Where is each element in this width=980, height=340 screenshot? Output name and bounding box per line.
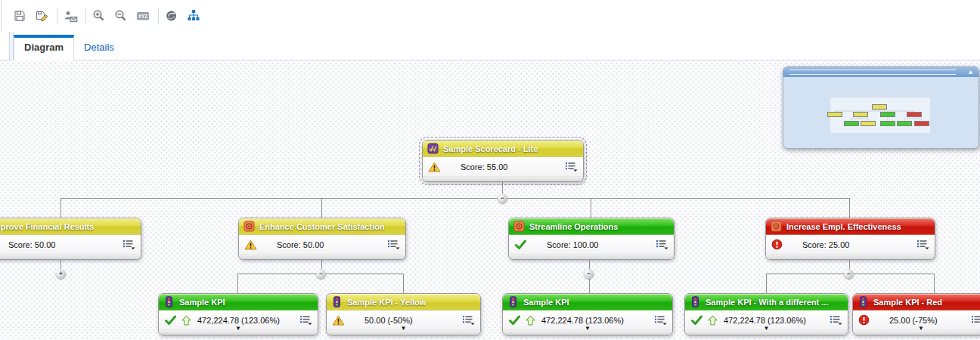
- node-sample-kpi-1[interactable]: Sample KPI 472,224.78 (123.06%): [158, 293, 318, 335]
- node-header: Sample Scorecard - Lite: [423, 141, 583, 157]
- node-sample-kpi-different[interactable]: Sample KPI - With a different ... 472,22…: [684, 293, 848, 335]
- node-expander[interactable]: ▼: [401, 326, 407, 332]
- kpi-icon: [690, 296, 701, 308]
- ok-check-icon: [690, 315, 703, 325]
- node-footer: ▼: [685, 329, 848, 335]
- node-title: Sample KPI - With a different ...: [706, 298, 828, 307]
- collapse-toggle-increase[interactable]: −: [844, 269, 854, 279]
- publish-contact-icon[interactable]: [62, 8, 79, 24]
- minimap-node: [861, 121, 876, 126]
- node-title: Increase Empl. Effectiveness: [786, 222, 901, 231]
- node-header: Sample KPI - Yellow: [327, 294, 480, 311]
- node-score: Score: 25.00: [802, 240, 849, 249]
- node-menu-button[interactable]: [299, 315, 312, 325]
- node-sample-scorecard[interactable]: Sample Scorecard - Lite Score: 55.00: [422, 140, 584, 182]
- node-menu-button[interactable]: [654, 315, 667, 325]
- node-title: Enhance Customer Satisfaction: [259, 222, 385, 231]
- ok-check-icon: [164, 315, 177, 325]
- expand-toggle-improve[interactable]: +: [56, 269, 66, 279]
- kpi-icon: [163, 296, 175, 308]
- warning-icon: [332, 315, 345, 326]
- save-as-icon[interactable]: [33, 8, 50, 24]
- world-refresh-icon[interactable]: [163, 8, 180, 24]
- objective-icon: [513, 221, 525, 232]
- kpi-icon: [858, 296, 869, 308]
- node-footer: ▼: [853, 329, 980, 335]
- minimap-node: [872, 104, 887, 110]
- node-menu-button[interactable]: [122, 240, 135, 249]
- critical-icon: [858, 314, 870, 326]
- node-title: Streamline Operations: [529, 222, 618, 231]
- node-footer: ▼: [159, 329, 318, 335]
- kpi-icon: [507, 296, 519, 308]
- node-menu-button[interactable]: [565, 162, 578, 172]
- node-header: Improve Financial Results: [0, 218, 141, 235]
- tab-diagram[interactable]: Diagram: [14, 35, 74, 60]
- minimap-node: [880, 121, 895, 126]
- node-header: Enhance Customer Satisfaction: [239, 218, 405, 235]
- node-footer: [509, 254, 674, 259]
- node-expander[interactable]: ▼: [235, 326, 241, 332]
- node-streamline-operations[interactable]: Streamline Operations Score: 100.00: [508, 218, 675, 260]
- collapse-toggle-streamline[interactable]: −: [584, 269, 594, 279]
- node-score: Score: 55.00: [461, 162, 507, 172]
- xyz-labels-icon[interactable]: XYZ: [135, 8, 151, 24]
- node-menu-button[interactable]: [387, 240, 400, 249]
- node-expander[interactable]: ▼: [918, 326, 924, 332]
- node-header: Sample KPI: [159, 294, 318, 311]
- node-header: Sample KPI - With a different ...: [685, 294, 848, 311]
- node-menu-button[interactable]: [971, 315, 980, 325]
- collapse-toggle-root[interactable]: −: [498, 193, 507, 203]
- node-expander[interactable]: ▼: [764, 326, 770, 332]
- node-title: Sample KPI: [179, 298, 225, 307]
- node-header: Sample KPI: [503, 294, 672, 311]
- node-footer: [766, 254, 935, 259]
- node-footer: [423, 176, 583, 181]
- node-header: Increase Empl. Effectiveness: [766, 218, 935, 235]
- node-increase-empl-effectiveness[interactable]: Increase Empl. Effectiveness Score: 25.0…: [765, 218, 935, 260]
- trend-up-icon: [708, 315, 718, 326]
- toolbar-separator: [85, 8, 86, 23]
- xyz-label: XYZ: [138, 14, 148, 19]
- collapse-toggle-enhance[interactable]: −: [316, 269, 326, 279]
- ok-check-icon: [514, 240, 527, 249]
- node-title: Improve Financial Results: [0, 222, 94, 231]
- zoom-out-icon[interactable]: [113, 8, 129, 24]
- node-score: Score: 50.00: [277, 240, 324, 249]
- toolbar-separator: [158, 8, 159, 23]
- save-icon[interactable]: [11, 8, 28, 24]
- ok-check-icon: [508, 315, 521, 325]
- node-menu-button[interactable]: [916, 240, 929, 249]
- node-header: Streamline Operations: [509, 218, 674, 235]
- node-menu-button[interactable]: [830, 315, 842, 325]
- node-body: 25.00 (-75%): [853, 311, 980, 329]
- node-sample-kpi-2[interactable]: Sample KPI 472,224.78 (123.06%): [502, 293, 673, 335]
- node-footer: [0, 254, 141, 259]
- node-sample-kpi-yellow[interactable]: Sample KPI - Yellow 50.00 (-50%): [326, 293, 481, 335]
- minimap-node: [880, 112, 895, 117]
- node-sample-kpi-red[interactable]: Sample KPI - Red 25.00 (-75%): [852, 293, 980, 335]
- minimap-node: [853, 112, 868, 117]
- node-value: 472,224.78 (123.06%): [197, 316, 280, 325]
- trend-up-icon: [181, 315, 191, 326]
- warning-icon: [244, 240, 257, 250]
- zoom-in-icon[interactable]: [91, 8, 107, 24]
- node-enhance-customer-satisfaction[interactable]: Enhance Customer Satisfaction Score: 50.…: [238, 218, 406, 260]
- node-value: 50.00 (-50%): [364, 316, 413, 325]
- node-footer: ▼: [327, 329, 480, 335]
- node-body: Score: 55.00: [423, 157, 583, 176]
- node-expander[interactable]: ▼: [585, 326, 591, 332]
- minimap-node: [907, 112, 922, 117]
- node-menu-button[interactable]: [462, 315, 475, 325]
- toolbar-separator: [57, 8, 57, 23]
- hierarchy-layout-icon[interactable]: [185, 8, 202, 24]
- node-improve-financial-results[interactable]: Improve Financial Results Score: 50.00: [0, 218, 141, 260]
- warning-icon: [428, 162, 441, 172]
- minimap-node: [897, 121, 912, 126]
- kpi-icon: [331, 296, 343, 308]
- node-title: Sample Scorecard - Lite: [443, 144, 538, 153]
- node-menu-button[interactable]: [656, 240, 668, 249]
- node-body: Score: 50.00: [0, 235, 141, 254]
- node-title: Sample KPI - Yellow: [347, 298, 426, 307]
- tab-details[interactable]: Details: [74, 35, 124, 60]
